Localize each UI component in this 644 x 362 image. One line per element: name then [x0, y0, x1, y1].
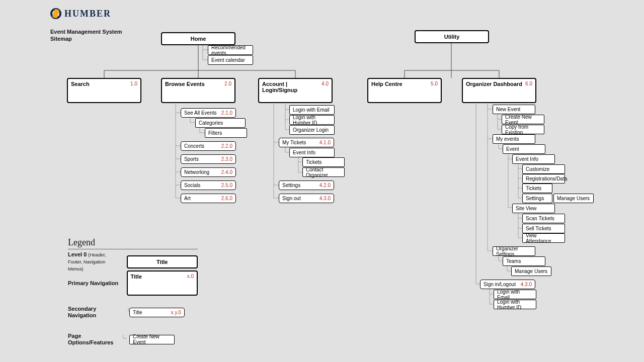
- node-login-humber: Login with Humber ID: [289, 115, 335, 125]
- node-teams-manage-users: Manage Users: [511, 266, 551, 276]
- node-filters: Filters: [205, 128, 247, 138]
- node-categories: Categories: [195, 118, 246, 128]
- node-search: Search1.0: [67, 78, 141, 103]
- node-event: Event: [503, 144, 545, 154]
- node-org-settings-small: Settings: [522, 194, 552, 203]
- doc-title: Event Management System Sitemap: [50, 28, 122, 42]
- node-settings: Settings4.2.0: [279, 180, 334, 190]
- node-organizer-login: Organizer Login: [289, 125, 335, 135]
- legend-term-l3: Page Options/Features: [68, 333, 123, 346]
- node-tickets: Tickets: [302, 157, 345, 167]
- node-login-email: Login with Email: [289, 105, 335, 115]
- legend-row-primary: Primary Navigation Titlex.0: [68, 270, 198, 296]
- doc-title-line-1: Event Management System: [50, 28, 122, 35]
- legend-box-l1-label: Title: [131, 274, 184, 280]
- node-event-info: Event Info: [289, 148, 335, 157]
- node-site-view: Site View: [512, 204, 555, 213]
- node-scan-tickets: Scan Tickets: [522, 214, 565, 223]
- legend-row-options: Page Options/Features Create New Event: [68, 333, 198, 346]
- node-customize: Customize: [522, 164, 565, 174]
- node-create-new-event: Create New Event: [502, 115, 544, 124]
- legend-box-l2-code: x.y.0: [168, 310, 181, 315]
- node-sign-in-logout: Sign in/Logout4.3.0: [480, 280, 535, 289]
- node-browse-events: Browse Events2.0: [161, 78, 235, 103]
- node-copy-from-existing: Copy from Existing: [502, 125, 544, 134]
- node-contact-organizer: Contact Organizer: [302, 167, 345, 177]
- legend-term-l1: Primary Navigation: [68, 280, 121, 287]
- legend-box-l2-label: Title: [133, 310, 168, 315]
- node-recommended-events: Recommended events: [208, 45, 253, 55]
- node-manage-users: Manage Users: [553, 194, 594, 203]
- node-organizer-dashboard: Organizer Dashboard6.0: [462, 78, 536, 103]
- legend-row-secondary: Secondary Navigation Titlex.y.0: [68, 306, 198, 319]
- node-my-tickets: My Tickets4.1.0: [279, 138, 334, 147]
- node-concerts: Concerts2.2.0: [181, 141, 236, 151]
- legend-term-l2: Secondary Navigation: [68, 306, 123, 319]
- legend-title: Legend: [68, 237, 198, 249]
- node-organizer-settings: Organizer Settings: [493, 246, 535, 256]
- node-networking: Networking2.4.0: [181, 167, 236, 177]
- node-account: Account | Login/Signup4.0: [258, 78, 333, 103]
- node-see-all-events: See All Events2.1.0: [181, 108, 236, 118]
- node-help-centre: Help Centre5.0: [367, 78, 442, 103]
- node-org-tickets: Tickets: [522, 184, 552, 193]
- legend-row-level0: Level 0 (Header, Footer, Navigation Menu…: [68, 251, 198, 273]
- node-socials: Socials2.5.0: [181, 180, 236, 190]
- node-teams: Teams: [503, 256, 545, 266]
- node-sell-tickets: Sell Tickets: [522, 224, 565, 233]
- node-sign-out: Sign out4.3.0: [279, 194, 334, 203]
- node-art: Art2.6.0: [181, 194, 236, 203]
- node-registrations: Registrations/Data: [522, 174, 565, 184]
- node-utility: Utility: [415, 30, 489, 43]
- legend-box-l0: Title: [131, 259, 194, 265]
- node-view-attendance: View Attendance: [522, 233, 565, 243]
- node-org-event-info: Event Info: [512, 154, 555, 164]
- doc-title-line-2: Sitemap: [50, 35, 122, 42]
- node-event-calendar: Event calendar: [208, 55, 253, 65]
- node-signin-humber: Login with Humber ID: [494, 300, 536, 309]
- brand-word: HUMBER: [64, 9, 111, 19]
- node-new-event: New Event: [493, 105, 535, 114]
- node-signin-email: Login with Email: [494, 290, 536, 299]
- legend-term-l0: Level 0: [68, 251, 88, 257]
- humber-logo-icon: [50, 8, 61, 19]
- brand: HUMBER: [50, 8, 111, 19]
- node-sports: Sports2.3.0: [181, 154, 236, 164]
- node-my-events: My events: [493, 134, 535, 144]
- legend-box-l3: Create New Event: [133, 334, 171, 345]
- legend-box-l1-code: x.0: [184, 274, 194, 279]
- node-home: Home: [161, 32, 235, 45]
